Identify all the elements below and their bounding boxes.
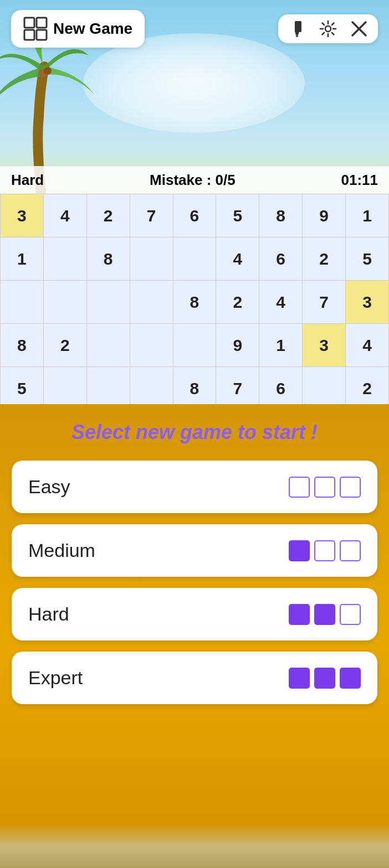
svg-point-1 [44,67,52,75]
cell-4-4[interactable]: 8 [173,367,216,410]
cell-0-6[interactable]: 8 [259,194,303,237]
cell-1-2[interactable]: 8 [86,237,130,281]
paint-icon [288,20,306,38]
close-icon [350,20,368,38]
sudoku-grid-container: 3 4 2 7 6 5 8 9 1 1 8 4 6 2 5 [0,194,389,410]
cell-3-7[interactable]: 3 [303,324,346,367]
settings-button[interactable] [319,20,337,38]
cell-4-7[interactable] [303,367,346,410]
cell-4-1[interactable] [43,367,86,410]
cell-1-3[interactable] [130,237,173,281]
cell-3-5[interactable]: 9 [216,324,259,367]
cell-2-4[interactable]: 8 [173,281,216,324]
expert-star-1 [289,668,310,689]
cell-3-8[interactable]: 4 [346,324,389,367]
cell-2-2[interactable] [86,281,130,324]
cell-2-7[interactable]: 7 [303,281,346,324]
cell-0-1[interactable]: 4 [43,194,86,237]
cell-0-4[interactable]: 6 [173,194,216,237]
right-controls [278,14,378,43]
medium-button[interactable]: Medium [12,524,377,577]
cell-1-5[interactable]: 4 [216,237,259,281]
easy-label: Easy [28,476,70,498]
cell-4-0[interactable]: 5 [1,367,44,410]
expert-star-3 [340,668,361,689]
sudoku-grid: 3 4 2 7 6 5 8 9 1 1 8 4 6 2 5 [0,194,389,410]
overlay-panel: Select new game to start ! Easy Medium H… [0,404,389,868]
easy-star-2 [314,477,335,498]
medium-star-2 [314,540,335,561]
medium-stars [289,540,361,561]
settings-icon [319,20,337,38]
new-game-button[interactable]: New Game [11,10,145,48]
cell-3-2[interactable] [86,324,130,367]
expert-star-2 [314,668,335,689]
svg-rect-6 [295,21,301,32]
overlay-title: Select new game to start ! [71,421,318,444]
cell-1-4[interactable] [173,237,216,281]
cell-4-6[interactable]: 6 [259,367,303,410]
expert-button[interactable]: Expert [12,652,377,704]
svg-rect-8 [296,34,298,37]
cell-2-8[interactable]: 3 [346,281,389,324]
cell-2-5[interactable]: 2 [216,281,259,324]
cell-2-0[interactable] [1,281,44,324]
cell-0-5[interactable]: 5 [216,194,259,237]
cell-4-3[interactable] [130,367,173,410]
svg-rect-5 [37,30,47,40]
clouds [83,33,305,133]
cell-3-1[interactable]: 2 [43,324,86,367]
hard-label: Hard [28,603,69,625]
svg-point-9 [325,26,331,32]
paint-button[interactable] [288,20,306,38]
cell-1-0[interactable]: 1 [1,237,44,281]
new-game-label: New Game [53,20,132,38]
grid-icon [23,17,48,41]
svg-rect-4 [24,30,34,40]
easy-button[interactable]: Easy [12,461,377,513]
bottom-area [0,825,389,868]
hard-stars [289,604,361,625]
medium-star-1 [289,540,310,561]
cell-0-8[interactable]: 1 [346,194,389,237]
medium-label: Medium [28,540,95,561]
cell-0-2[interactable]: 2 [86,194,130,237]
cell-1-1[interactable] [43,237,86,281]
cell-1-7[interactable]: 2 [303,237,346,281]
svg-rect-3 [37,18,47,28]
easy-star-1 [289,477,310,498]
cell-0-0[interactable]: 3 [1,194,44,237]
cell-2-6[interactable]: 4 [259,281,303,324]
hard-button[interactable]: Hard [12,588,377,640]
cell-4-5[interactable]: 7 [216,367,259,410]
status-bar: Hard Mistake : 0/5 01:11 [0,166,389,195]
easy-stars [289,477,361,498]
top-bar: New Game [0,10,389,48]
timer: 01:11 [341,172,378,189]
hard-star-3 [340,604,361,625]
hard-star-2 [314,604,335,625]
mistake-counter: Mistake : 0/5 [150,172,236,189]
cell-3-3[interactable] [130,324,173,367]
difficulty-label: Hard [11,172,44,189]
expert-label: Expert [28,667,83,689]
table-row: 5 8 7 6 2 [1,367,389,410]
expert-stars [289,668,361,689]
close-button[interactable] [350,20,368,38]
cell-4-8[interactable]: 2 [346,367,389,410]
cell-0-7[interactable]: 9 [303,194,346,237]
table-row: 8 2 9 1 3 4 [1,324,389,367]
cell-1-6[interactable]: 6 [259,237,303,281]
easy-star-3 [340,477,361,498]
table-row: 1 8 4 6 2 5 [1,237,389,281]
cell-4-2[interactable] [86,367,130,410]
cell-2-1[interactable] [43,281,86,324]
svg-rect-2 [24,18,34,28]
cell-2-3[interactable] [130,281,173,324]
cell-0-3[interactable]: 7 [130,194,173,237]
table-row: 3 4 2 7 6 5 8 9 1 [1,194,389,237]
cell-3-0[interactable]: 8 [1,324,44,367]
cell-3-6[interactable]: 1 [259,324,303,367]
cell-3-4[interactable] [173,324,216,367]
cell-1-8[interactable]: 5 [346,237,389,281]
